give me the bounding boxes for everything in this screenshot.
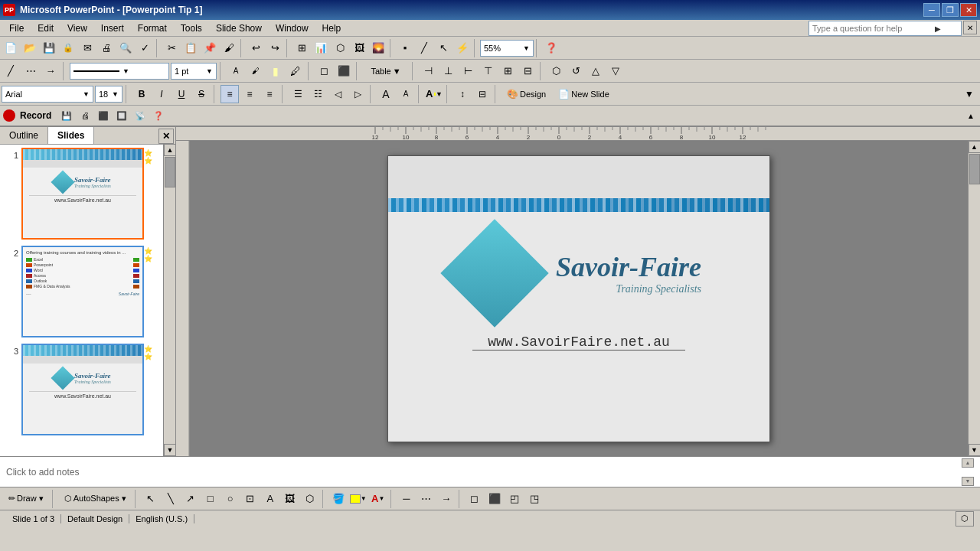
save-button[interactable]: 💾 <box>40 39 58 57</box>
fill-color-tb[interactable]: ▮ <box>266 62 285 80</box>
draw-button[interactable]: ✏ Draw ▾ <box>3 490 49 508</box>
draw-color-tb[interactable]: 🖊 <box>286 62 305 80</box>
font-color-tb[interactable]: A <box>227 62 245 80</box>
textbox-draw-btn[interactable]: ⊡ <box>241 490 260 508</box>
slide-thumb-3[interactable]: Savoir-Faire Training Specialists www.Sa… <box>21 344 144 435</box>
slide-item-2[interactable]: 2 Offering training courses and training… <box>3 246 172 337</box>
fill-color-dropdown[interactable]: ▼ <box>361 495 367 502</box>
new-slide-button[interactable]: 📄 New Slide <box>553 85 615 103</box>
select-button[interactable]: ↖ <box>434 39 452 57</box>
line-style-selector[interactable]: ▼ <box>70 63 169 80</box>
align-right-tb[interactable]: ⊢ <box>459 62 477 80</box>
help-input[interactable] <box>812 24 935 33</box>
font-size-selector[interactable]: 18 ▼ <box>95 86 122 103</box>
slide-thumb-1[interactable]: Savoir-Faire Training Specialists www.Sa… <box>21 148 144 240</box>
line-spacing-button[interactable]: ↕ <box>453 85 472 103</box>
oval-draw-btn[interactable]: ○ <box>221 490 240 508</box>
menu-tools[interactable]: Tools <box>175 21 208 35</box>
help-search-box[interactable]: ▶ <box>808 21 962 36</box>
insert-table-button[interactable]: ⊞ <box>292 39 311 57</box>
line-color-button[interactable]: ╱ <box>415 39 433 57</box>
record-broadcast-btn[interactable]: 📡 <box>132 108 148 123</box>
select-draw-btn[interactable]: ↖ <box>142 490 160 508</box>
print-button[interactable]: 🖨 <box>97 39 116 57</box>
menu-window[interactable]: Window <box>270 21 315 35</box>
right-scroll-up[interactable]: ▲ <box>969 141 981 153</box>
paste-button[interactable]: 📌 <box>201 39 219 57</box>
shadow-btn[interactable]: ◻ <box>315 62 333 80</box>
notes-area[interactable]: Click to add notes ▲ ▼ <box>0 456 980 487</box>
spellcheck-button[interactable]: ✓ <box>136 39 154 57</box>
font-size-increase[interactable]: A <box>377 85 395 103</box>
send-back-btn[interactable]: ◳ <box>525 490 544 508</box>
right-scroll-down[interactable]: ▼ <box>969 444 981 456</box>
right-scroll-thumb[interactable] <box>969 154 980 184</box>
zoom-selector[interactable]: 55% ▼ <box>480 40 534 57</box>
bullets-button[interactable]: ☰ <box>289 85 307 103</box>
align-top-tb[interactable]: ⊤ <box>479 62 497 80</box>
record-save-btn[interactable]: 💾 <box>59 108 74 123</box>
menu-edit[interactable]: Edit <box>31 21 60 35</box>
slide-canvas-area[interactable]: Savoir-Faire Training Specialists www.Sa… <box>190 141 968 456</box>
status-right-button[interactable]: ⬡ <box>956 511 974 527</box>
email-button[interactable]: ✉ <box>78 39 96 57</box>
slide-canvas[interactable]: Savoir-Faire Training Specialists www.Sa… <box>387 155 770 442</box>
notes-scroll-down[interactable]: ▼ <box>962 477 974 486</box>
fill-color-draw-btn[interactable]: ▼ <box>349 490 368 508</box>
align-center-tb[interactable]: ⊥ <box>439 62 457 80</box>
numbering-fmt[interactable]: ⊟ <box>473 85 492 103</box>
align-center-button[interactable]: ≡ <box>240 85 259 103</box>
dash-style-btn[interactable]: ⋯ <box>21 62 40 80</box>
strikethrough-button[interactable]: S <box>192 85 211 103</box>
wordart-draw-btn[interactable]: A <box>261 490 279 508</box>
permission-button[interactable]: 🔒 <box>59 39 77 57</box>
font-color-fmt[interactable]: A ▼ <box>425 85 443 103</box>
record-bar-close[interactable]: ▲ <box>965 109 977 122</box>
align-left-tb[interactable]: ⊣ <box>419 62 437 80</box>
italic-button[interactable]: I <box>152 85 171 103</box>
tab-outline[interactable]: Outline <box>0 127 48 144</box>
panel-scrollbar[interactable]: ▲ ▼ <box>163 144 175 456</box>
underline-button[interactable]: U <box>172 85 191 103</box>
panel-scroll-up[interactable]: ▲ <box>164 144 176 156</box>
menu-slideshow[interactable]: Slide Show <box>210 21 268 35</box>
font-size-decrease[interactable]: A <box>397 85 415 103</box>
panel-close-button[interactable]: ✕ <box>158 129 174 144</box>
design-button[interactable]: 🎨 Design <box>501 85 551 103</box>
menu-file[interactable]: File <box>3 21 30 35</box>
arrow-style-draw-btn[interactable]: → <box>437 490 456 508</box>
3d-btn[interactable]: ⬛ <box>335 62 353 80</box>
menu-view[interactable]: View <box>61 21 93 35</box>
insert-chart-button[interactable]: 📊 <box>312 39 330 57</box>
record-print-btn[interactable]: 🖨 <box>77 108 93 123</box>
font-color-dropdown[interactable]: ▼ <box>436 90 443 98</box>
arrow-btn[interactable]: → <box>41 62 60 80</box>
record-layout-btn[interactable]: ⬛ <box>96 108 111 123</box>
insert-picture-button[interactable]: 🌄 <box>369 39 387 57</box>
record-help-btn[interactable]: ❓ <box>151 108 166 123</box>
dec-indent-button[interactable]: ◁ <box>328 85 347 103</box>
tab-slides[interactable]: Slides <box>48 127 94 144</box>
slide-item-1[interactable]: 1 Savoir-Faire Training Specialists www.… <box>3 148 172 240</box>
copy-button[interactable]: 📋 <box>181 39 200 57</box>
insert-clip-button[interactable]: 🖼 <box>350 39 368 57</box>
line-style-btn[interactable]: ╱ <box>2 62 20 80</box>
notes-scroll-up[interactable]: ▲ <box>962 458 974 468</box>
help-button[interactable]: ❓ <box>542 39 560 57</box>
insert-org-button[interactable]: ⬡ <box>331 39 349 57</box>
menu-insert[interactable]: Insert <box>95 21 130 35</box>
cut-button[interactable]: ✂ <box>162 39 181 57</box>
record-label[interactable]: Record <box>20 110 51 121</box>
undo-button[interactable]: ↩ <box>247 39 265 57</box>
close-button[interactable]: ✕ <box>960 3 977 17</box>
open-button[interactable]: 📂 <box>21 39 39 57</box>
redo-button[interactable]: ↪ <box>266 39 284 57</box>
preview-button[interactable]: 🔍 <box>116 39 135 57</box>
animation-button[interactable]: ⚡ <box>453 39 472 57</box>
panel-scroll-down[interactable]: ▼ <box>164 444 176 456</box>
table-button[interactable]: Table▼ <box>363 62 409 80</box>
restore-button[interactable]: ❐ <box>942 3 959 17</box>
font-color-draw-dropdown[interactable]: ▼ <box>378 495 384 502</box>
record-screen-btn[interactable]: 🔲 <box>114 108 129 123</box>
fill-effects-btn[interactable]: 🪣 <box>329 490 348 508</box>
